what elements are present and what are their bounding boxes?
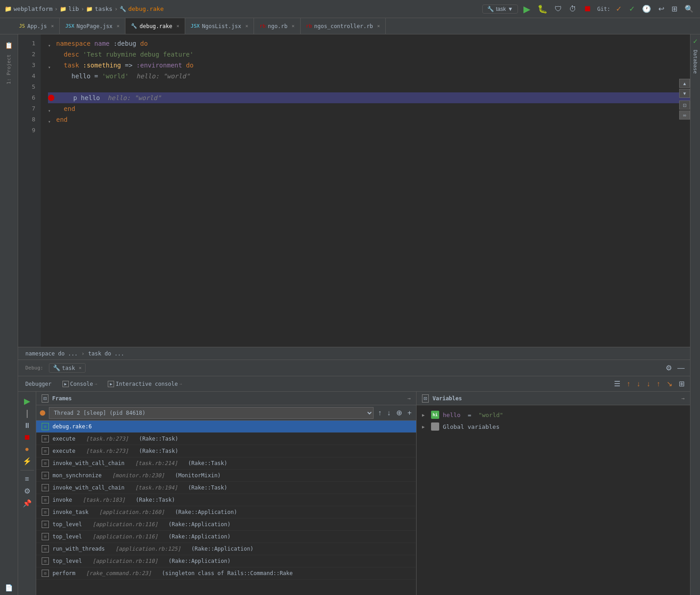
frame-item-6[interactable]: ⊡ invoke_with_call_chain [task.rb:194] (… bbox=[36, 482, 416, 494]
view-vars-button[interactable]: ⊞ bbox=[677, 379, 686, 389]
tab-close-ngos-controller[interactable]: × bbox=[377, 23, 380, 29]
step-back-button[interactable]: ↑ bbox=[655, 379, 662, 389]
breadcrumb-namespace[interactable]: namespace do ... bbox=[25, 350, 78, 357]
var-item-global[interactable]: ▶ Global variables bbox=[417, 421, 690, 432]
step-over-up[interactable]: ↑ bbox=[625, 379, 632, 389]
thread-down-btn[interactable]: ↓ bbox=[386, 408, 392, 418]
debug-button[interactable]: 🐛 bbox=[536, 3, 549, 15]
variables-expand-btn[interactable]: → bbox=[681, 395, 685, 402]
git-check-button[interactable]: ✓ bbox=[614, 4, 623, 14]
tab-ngoslist-jsx[interactable]: JSX NgosList.jsx × bbox=[185, 18, 254, 34]
right-sidebar-check: ✓ bbox=[693, 37, 698, 45]
coverage-button[interactable]: 🛡 bbox=[553, 4, 564, 14]
debugger-tab[interactable]: Debugger bbox=[22, 379, 55, 389]
git-history-button[interactable]: 🕐 bbox=[640, 4, 653, 14]
thread-select[interactable]: Thread 2 [sleep] (pid 84618) bbox=[49, 407, 374, 419]
debug-session-tab[interactable]: 🔧 task × bbox=[49, 363, 86, 373]
code-line-2: ▾ desc 'Test rubymine debug feature' bbox=[48, 49, 690, 60]
sidebar-project-icon[interactable]: 📋 bbox=[2, 38, 16, 53]
editor-area[interactable]: 1 2 3 4 5 6 7 8 9 ▾ namespace name bbox=[18, 34, 690, 347]
folder-icon-tasks: 📁 bbox=[86, 6, 93, 12]
tab-debug-rake[interactable]: 🔧 debug.rake × bbox=[125, 18, 185, 34]
resume-debug-btn[interactable]: ▶ bbox=[22, 395, 32, 407]
debug-session-close[interactable]: × bbox=[79, 365, 82, 371]
fold-icon-1[interactable]: ▾ bbox=[48, 40, 54, 47]
thread-up-btn[interactable]: ↑ bbox=[377, 408, 383, 418]
breadcrumb-file[interactable]: debug.rake bbox=[128, 5, 163, 12]
tab-ngo-rb[interactable]: rb ngo.rb × bbox=[254, 18, 300, 34]
breakpoint-6[interactable] bbox=[48, 95, 54, 101]
git-check2-button[interactable]: ✓ bbox=[627, 4, 637, 14]
tab-label-ngoslist: NgosList.jsx bbox=[202, 23, 241, 29]
breadcrumb-task[interactable]: task do ... bbox=[88, 350, 124, 357]
tab-icon-rb: rb bbox=[259, 23, 265, 29]
interactive-console-tab[interactable]: ▶ Interactive console → bbox=[104, 379, 185, 389]
tab-close-ngoslist[interactable]: × bbox=[245, 23, 249, 29]
frame-item-10[interactable]: ⊡ top_level [application.rb:116] (Rake::… bbox=[36, 531, 416, 543]
code-line-7: ▾ end bbox=[48, 103, 690, 114]
code-line-3: ▾ task :something => :environment do bbox=[48, 60, 690, 71]
tab-ngos-controller-rb[interactable]: rb ngos_controller.rb × bbox=[301, 18, 386, 34]
pin-btn[interactable]: 📌 bbox=[21, 498, 34, 509]
frame-item-3[interactable]: ⊡ execute [task.rb:273] (Rake::Task) bbox=[36, 445, 416, 457]
run-to-cursor[interactable]: ↘ bbox=[665, 379, 674, 389]
mute-btn[interactable]: ⚡ bbox=[21, 456, 34, 466]
frame-item-8[interactable]: ⊡ invoke_task [application.rb:160] (Rake… bbox=[36, 506, 416, 518]
frame-name-9: top_level bbox=[53, 521, 82, 528]
fold-icon-8[interactable]: ▾ bbox=[48, 116, 54, 123]
search-button[interactable]: 🔍 bbox=[683, 4, 695, 14]
git-rollback-button[interactable]: ↩ bbox=[657, 4, 666, 14]
console-tab[interactable]: ▶ Console → bbox=[59, 379, 101, 389]
tab-close-app-js[interactable]: × bbox=[51, 23, 54, 29]
fold-icon-7[interactable]: ▾ bbox=[48, 106, 54, 112]
step-into-button[interactable]: ↓ bbox=[635, 379, 642, 389]
resume-button[interactable]: ☰ bbox=[612, 379, 622, 389]
right-sidebar-label[interactable]: Database bbox=[692, 50, 698, 74]
tab-close-ngo-rb[interactable]: × bbox=[292, 23, 295, 29]
frames-expand-btn[interactable]: → bbox=[408, 395, 411, 402]
run-button[interactable]: 🔧 task ▼ bbox=[482, 5, 518, 14]
frame-class-2: (Rake::Task) bbox=[139, 436, 178, 442]
frame-item-11[interactable]: ⊡ run_with_threads [application.rb:125] … bbox=[36, 543, 416, 555]
profile-button[interactable]: ⏱ bbox=[567, 4, 578, 14]
frames-btn[interactable]: ≡ bbox=[23, 474, 31, 484]
sidebar-extra-icon[interactable]: 📄 bbox=[2, 581, 16, 595]
frame-item-12[interactable]: ⊡ top_level [application.rb:110] (Rake::… bbox=[36, 555, 416, 567]
breadcrumb-webplatform[interactable]: webplatform bbox=[14, 5, 53, 12]
layout-button[interactable]: ⊞ bbox=[670, 4, 679, 14]
frame-class-4: (Rake::Task) bbox=[188, 460, 227, 466]
var-expand-global[interactable]: ▶ bbox=[422, 424, 427, 429]
frame-item-5[interactable]: ⊡ mon_synchronize [monitor.rb:230] (Moni… bbox=[36, 470, 416, 482]
stop-debug-btn[interactable]: ⏹ bbox=[22, 432, 33, 442]
var-expand-hello[interactable]: ▶ bbox=[422, 413, 427, 417]
frame-item-4[interactable]: ⊡ invoke_with_call_chain [task.rb:214] (… bbox=[36, 457, 416, 470]
settings-debug-btn[interactable]: ⚙ bbox=[22, 486, 32, 496]
step-out-button[interactable]: ↓ bbox=[645, 379, 652, 389]
frame-item-9[interactable]: ⊡ top_level [application.rb:116] (Rake::… bbox=[36, 518, 416, 531]
breadcrumb-tasks[interactable]: tasks bbox=[95, 5, 112, 12]
frame-item-13[interactable]: ⊡ perform [rake_command.rb:23] (singleto… bbox=[36, 567, 416, 580]
frame-icon-1: ⊡ bbox=[42, 423, 49, 430]
thread-add-btn[interactable]: + bbox=[407, 408, 412, 418]
tab-ngopage-jsx[interactable]: JSX NgoPage.jsx × bbox=[60, 18, 125, 34]
frame-icon-9: ⊡ bbox=[42, 521, 49, 528]
frame-item-7[interactable]: ⊡ invoke [task.rb:183] (Rake::Task) bbox=[36, 494, 416, 506]
pause-btn[interactable]: ⏸ bbox=[22, 421, 33, 431]
settings-button[interactable]: ⚙ bbox=[664, 363, 674, 373]
tab-close-ngopage[interactable]: × bbox=[117, 23, 120, 29]
frame-item-1[interactable]: ⊡ debug.rake:6 bbox=[36, 421, 416, 433]
stop-button[interactable]: ⏹ bbox=[582, 3, 594, 14]
var-eq-hello: = bbox=[464, 412, 475, 418]
breadcrumb-lib[interactable]: lib bbox=[68, 5, 79, 12]
frame-icon-8: ⊡ bbox=[42, 509, 49, 516]
tab-app-js[interactable]: JS App.js × bbox=[14, 18, 60, 34]
thread-filter-btn[interactable]: ⊕ bbox=[395, 408, 403, 418]
minimize-button[interactable]: — bbox=[676, 363, 686, 373]
play-button[interactable]: ▶ bbox=[522, 3, 532, 15]
frame-item-2[interactable]: ⊡ execute [task.rb:273] (Rake::Task) bbox=[36, 433, 416, 445]
tab-close-debug-rake[interactable]: × bbox=[176, 23, 179, 29]
rerun-btn[interactable]: ● bbox=[23, 444, 31, 454]
fold-icon-3[interactable]: ▾ bbox=[48, 62, 54, 68]
sidebar-project-label[interactable]: 1: Project bbox=[6, 54, 12, 84]
var-item-hello[interactable]: ▶ hi hello = "world" bbox=[417, 409, 690, 421]
